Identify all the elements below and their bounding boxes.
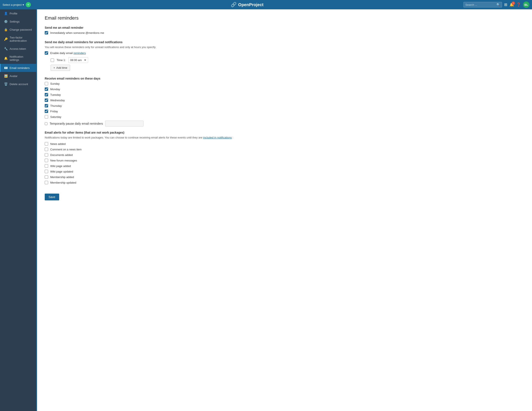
sidebar-label-settings: Settings <box>10 20 19 23</box>
alert-wiki-updated-row: Wiki page updated <box>45 170 524 173</box>
project-select-button[interactable]: Select a project ▾ <box>2 3 24 6</box>
alert-membership-added-row: Membership added <box>45 175 524 179</box>
time1-select[interactable]: 08:00 am 09:00 am 10:00 am 12:00 pm 06:0… <box>68 57 88 63</box>
enable-daily-checkbox[interactable] <box>45 51 48 55</box>
image-icon: 🖼️ <box>4 74 8 78</box>
days-title: Receive email reminders on these days <box>45 77 524 80</box>
topbar-right: 🔍 ⊞ 🔔 5 ❓ BL <box>464 1 530 8</box>
alert-news-added-row: News added <box>45 142 524 146</box>
notification-badge: 5 <box>512 1 515 5</box>
day-monday-row: Monday <box>45 87 524 91</box>
alerts-section: Email alerts for other items (that are n… <box>45 131 524 184</box>
sidebar-item-access-token[interactable]: 🔧 Access token <box>0 45 36 53</box>
membership-added-checkbox[interactable] <box>45 175 48 179</box>
trash-icon: 🗑️ <box>4 82 8 86</box>
sidebar-item-delete-account[interactable]: 🗑️ Delete account <box>0 80 36 88</box>
alerts-desc: Notifications today are limited to work … <box>45 136 524 139</box>
sidebar-item-avatar[interactable]: 🖼️ Avatar <box>0 72 36 80</box>
page-title: Email reminders <box>45 15 524 21</box>
wednesday-checkbox[interactable] <box>45 99 48 102</box>
sunday-label: Sunday <box>50 82 60 85</box>
days-section: Receive email reminders on these days Su… <box>45 77 524 127</box>
pause-date-input[interactable] <box>105 121 143 127</box>
add-time-button[interactable]: + Add time <box>51 65 70 71</box>
bell-icon: 🔔 <box>4 56 8 60</box>
logo: 🔗 OpenProject <box>231 2 264 8</box>
membership-updated-checkbox[interactable] <box>45 181 48 184</box>
documents-label: Documents added <box>50 153 73 157</box>
news-added-checkbox[interactable] <box>45 142 48 146</box>
plus-icon: + <box>53 66 55 69</box>
membership-added-label: Membership added <box>50 176 74 179</box>
avatar-button[interactable]: BL <box>523 1 530 8</box>
forum-label: New forum messages <box>50 159 77 162</box>
saturday-label: Saturday <box>50 115 61 119</box>
profile-icon: 👤 <box>4 12 8 15</box>
tuesday-checkbox[interactable] <box>45 93 48 96</box>
apps-button[interactable]: ⊞ <box>504 2 507 7</box>
saturday-checkbox[interactable] <box>45 115 48 119</box>
comment-news-label: Comment on a news item <box>50 148 82 151</box>
add-time-label: Add time <box>57 66 67 69</box>
notifications-button[interactable]: 🔔 5 <box>509 2 514 7</box>
add-project-button[interactable]: + <box>26 2 31 7</box>
friday-label: Friday <box>50 110 58 113</box>
sidebar-item-change-password[interactable]: 🔒 Change password <box>0 26 36 34</box>
sidebar-label-email-reminders: Email reminders <box>10 66 29 70</box>
sidebar-item-email-reminders[interactable]: 📧 Email reminders <box>0 64 36 72</box>
layout: 👤 Profile ⚙️ Settings 🔒 Change password … <box>0 9 532 411</box>
sidebar-item-profile[interactable]: 👤 Profile <box>0 9 36 18</box>
sidebar-item-notification-settings[interactable]: 🔔 Notification settings <box>0 53 36 64</box>
daily-section: Send me daily email reminders for unread… <box>45 40 524 71</box>
wiki-updated-label: Wiki page updated <box>50 170 73 173</box>
thursday-checkbox[interactable] <box>45 104 48 107</box>
project-select-label: Select a project <box>2 3 22 6</box>
enable-daily-row: Enable daily email reminders <box>45 51 524 55</box>
day-tuesday-row: Tuesday <box>45 93 524 96</box>
documents-checkbox[interactable] <box>45 153 48 157</box>
save-button[interactable]: Save <box>45 194 59 200</box>
wiki-added-label: Wiki page added <box>50 164 71 168</box>
pause-row: Temporarily pause daily email reminders <box>45 121 524 127</box>
day-thursday-row: Thursday <box>45 104 524 107</box>
mentions-label[interactable]: Immediately when someone @mentions me <box>50 31 104 35</box>
thursday-label: Thursday <box>50 104 62 107</box>
alert-forum-row: New forum messages <box>45 159 524 162</box>
wiki-added-checkbox[interactable] <box>45 164 48 168</box>
membership-updated-label: Membership updated <box>50 181 76 184</box>
sidebar-item-settings[interactable]: ⚙️ Settings <box>0 18 36 26</box>
time1-checkbox[interactable] <box>51 58 54 62</box>
search-box: 🔍 <box>464 2 502 8</box>
wrench-icon: 🔧 <box>4 47 8 50</box>
immediate-section: Send me an email reminder Immediately wh… <box>45 26 524 35</box>
forum-checkbox[interactable] <box>45 159 48 162</box>
chevron-down-icon: ▾ <box>23 3 24 6</box>
wednesday-label: Wednesday <box>50 99 65 102</box>
day-saturday-row: Saturday <box>45 115 524 119</box>
reminders-link[interactable]: reminders <box>74 51 86 55</box>
enable-daily-label: Enable daily email reminders <box>50 51 86 55</box>
time1-label: Time 1: <box>57 58 66 62</box>
tuesday-label: Tuesday <box>50 93 61 96</box>
daily-desc: You will receive these reminders only fo… <box>45 46 524 49</box>
alerts-title: Email alerts for other items (that are n… <box>45 131 524 134</box>
key-icon: 🔑 <box>4 37 8 41</box>
mentions-checkbox[interactable] <box>45 31 48 35</box>
sidebar-item-two-factor[interactable]: 🔑 Two-factor authentication <box>0 34 36 45</box>
included-notifications-link[interactable]: included in notifications <box>203 136 232 139</box>
sunday-checkbox[interactable] <box>45 82 48 85</box>
wiki-updated-checkbox[interactable] <box>45 170 48 173</box>
sidebar: 👤 Profile ⚙️ Settings 🔒 Change password … <box>0 9 36 411</box>
monday-checkbox[interactable] <box>45 87 48 91</box>
help-button[interactable]: ❓ <box>516 2 521 7</box>
search-icon: 🔍 <box>496 3 500 6</box>
sidebar-label-notification-settings: Notification settings <box>10 55 33 62</box>
news-added-label: News added <box>50 142 66 146</box>
comment-news-checkbox[interactable] <box>45 148 48 151</box>
daily-title: Send me daily email reminders for unread… <box>45 40 524 44</box>
pause-checkbox[interactable] <box>45 122 48 125</box>
search-input[interactable] <box>465 3 495 6</box>
friday-checkbox[interactable] <box>45 110 48 113</box>
email-icon: 📧 <box>4 66 8 70</box>
alert-membership-updated-row: Membership updated <box>45 181 524 184</box>
